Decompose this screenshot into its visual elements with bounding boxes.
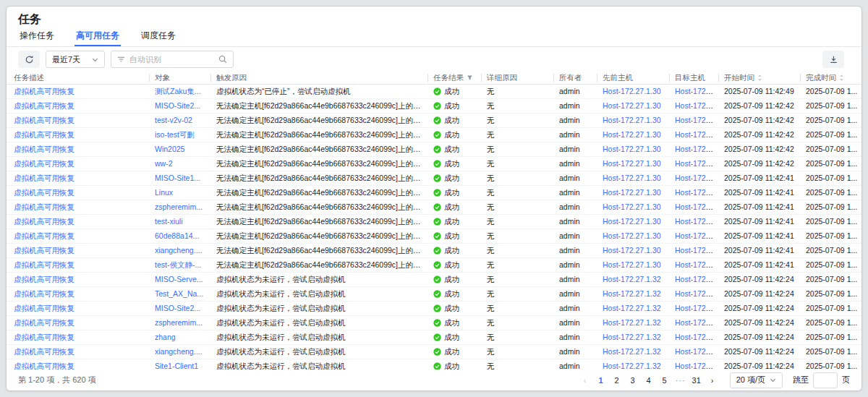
object-link[interactable]: Site1-Client1: [155, 362, 198, 370]
search-box[interactable]: [111, 51, 234, 68]
object-link[interactable]: Test_AX_Na...: [155, 289, 203, 298]
object-link[interactable]: MISO-Serve...: [155, 275, 203, 283]
object-link[interactable]: MISO-Site2...: [155, 304, 200, 312]
desc-link[interactable]: 虚拟机高可用恢复: [14, 289, 75, 298]
tab-operation-tasks[interactable]: 操作任务: [18, 28, 56, 46]
page-button-31[interactable]: 31: [689, 373, 704, 388]
target_host-link[interactable]: Host-172.27...: [675, 289, 718, 298]
prev_host-link[interactable]: Host-172.27.1.32: [603, 362, 661, 370]
prev_host-link[interactable]: Host-172.27.1.30: [603, 217, 661, 226]
target_host-link[interactable]: Host-172.27...: [675, 246, 718, 255]
prev_host-link[interactable]: Host-172.27.1.30: [603, 145, 661, 153]
desc-link[interactable]: 虚拟机高可用恢复: [14, 347, 75, 356]
desc-link[interactable]: 虚拟机高可用恢复: [14, 246, 75, 255]
target_host-link[interactable]: Host-172.27...: [675, 116, 718, 124]
prev_host-link[interactable]: Host-172.27.1.30: [603, 188, 661, 197]
column-header-end_time[interactable]: 完成时间: [800, 72, 861, 84]
next-page-button[interactable]: ›: [705, 373, 720, 388]
prev_host-link[interactable]: Host-172.27.1.32: [603, 275, 661, 283]
target_host-link[interactable]: Host-172.27...: [675, 159, 718, 168]
column-header-detail[interactable]: 详细原因: [481, 72, 553, 84]
object-link[interactable]: ww-2: [155, 159, 173, 168]
column-header-desc[interactable]: 任务描述: [7, 72, 149, 84]
prev_host-link[interactable]: Host-172.27.1.32: [603, 318, 661, 327]
target_host-link[interactable]: Host-172.27...: [675, 130, 718, 139]
desc-link[interactable]: 虚拟机高可用恢复: [14, 318, 75, 327]
sort-carets-icon[interactable]: [757, 74, 762, 82]
column-header-target_host[interactable]: 目标主机: [669, 72, 718, 84]
prev_host-link[interactable]: Host-172.27.1.32: [603, 289, 661, 298]
object-link[interactable]: MISO-Site1...: [155, 174, 200, 182]
tab-scheduled-tasks[interactable]: 调度任务: [140, 28, 177, 46]
object-link[interactable]: test-xiuli: [155, 217, 183, 226]
download-button[interactable]: [822, 51, 844, 68]
desc-link[interactable]: 虚拟机高可用恢复: [14, 159, 75, 168]
object-link[interactable]: MISO-Site2...: [155, 101, 200, 110]
desc-link[interactable]: 虚拟机高可用恢复: [14, 362, 75, 370]
prev_host-link[interactable]: Host-172.27.1.30: [603, 174, 661, 182]
desc-link[interactable]: 虚拟机高可用恢复: [14, 130, 75, 139]
target_host-link[interactable]: Host-172.27...: [675, 347, 718, 356]
target_host-link[interactable]: Host-172.27...: [675, 202, 718, 211]
prev_host-link[interactable]: Host-172.27.1.30: [603, 231, 661, 240]
target_host-link[interactable]: Host-172.27...: [675, 333, 718, 341]
target_host-link[interactable]: Host-172.27...: [675, 260, 718, 269]
target_host-link[interactable]: Host-172.27...: [675, 275, 718, 283]
object-link[interactable]: zspheremim...: [155, 318, 203, 327]
target_host-link[interactable]: Host-172.27...: [675, 362, 718, 370]
page-size-select[interactable]: 20 项/页: [730, 372, 783, 388]
time-range-select[interactable]: 最近7天: [46, 51, 105, 68]
column-header-object[interactable]: 对象: [149, 72, 210, 84]
prev_host-link[interactable]: Host-172.27.1.30: [603, 159, 661, 168]
page-button-2[interactable]: 2: [610, 373, 624, 388]
desc-link[interactable]: 虚拟机高可用恢复: [14, 202, 75, 211]
desc-link[interactable]: 虚拟机高可用恢复: [14, 304, 75, 312]
prev_host-link[interactable]: Host-172.27.1.30: [603, 130, 661, 139]
target_host-link[interactable]: Host-172.27...: [675, 318, 718, 327]
prev_host-link[interactable]: Host-172.27.1.30: [603, 202, 661, 211]
page-button-1[interactable]: 1: [594, 373, 608, 388]
target_host-link[interactable]: Host-172.27...: [675, 231, 718, 240]
tab-ha-tasks[interactable]: 高可用任务: [75, 28, 121, 46]
desc-link[interactable]: 虚拟机高可用恢复: [14, 333, 75, 341]
target_host-link[interactable]: Host-172.27...: [675, 101, 718, 110]
target_host-link[interactable]: Host-172.27...: [675, 174, 718, 182]
column-header-start_time[interactable]: 开始时间: [718, 72, 800, 84]
page-ellipsis[interactable]: ···: [673, 373, 688, 388]
object-link[interactable]: zhang: [155, 333, 176, 341]
column-header-owner[interactable]: 所有者: [553, 72, 597, 84]
search-input[interactable]: [129, 55, 214, 64]
prev_host-link[interactable]: Host-172.27.1.30: [603, 260, 661, 269]
object-link[interactable]: iso-test可删: [155, 130, 195, 139]
desc-link[interactable]: 虚拟机高可用恢复: [14, 116, 75, 124]
prev_host-link[interactable]: Host-172.27.1.32: [603, 347, 661, 356]
filter-funnel-icon[interactable]: [467, 74, 473, 81]
prev_host-link[interactable]: Host-172.27.1.30: [603, 87, 661, 95]
target_host-link[interactable]: Host-172.27...: [675, 304, 718, 312]
target_host-link[interactable]: Host-172.27...: [675, 145, 718, 153]
column-header-reason[interactable]: 触发原因: [210, 72, 427, 84]
prev-page-button[interactable]: ‹: [578, 373, 592, 388]
desc-link[interactable]: 虚拟机高可用恢复: [14, 145, 75, 153]
desc-link[interactable]: 虚拟机高可用恢复: [14, 260, 75, 269]
prev_host-link[interactable]: Host-172.27.1.30: [603, 246, 661, 255]
sort-carets-icon[interactable]: [839, 74, 844, 82]
jump-page-input[interactable]: [813, 372, 838, 388]
object-link[interactable]: 60de88a14...: [155, 231, 199, 240]
object-link[interactable]: Win2025: [155, 145, 184, 153]
page-button-5[interactable]: 5: [658, 373, 672, 388]
desc-link[interactable]: 虚拟机高可用恢复: [14, 217, 75, 226]
target_host-link[interactable]: Host-172.27...: [675, 217, 718, 226]
object-link[interactable]: test-v2v-02: [155, 116, 192, 124]
object-link[interactable]: test-侯文静-...: [155, 260, 201, 269]
prev_host-link[interactable]: Host-172.27.1.30: [603, 101, 661, 110]
prev_host-link[interactable]: Host-172.27.1.32: [603, 333, 661, 341]
desc-link[interactable]: 虚拟机高可用恢复: [14, 174, 75, 182]
prev_host-link[interactable]: Host-172.27.1.30: [603, 116, 661, 124]
object-link[interactable]: 测试Zaku集...: [155, 87, 201, 95]
column-header-prev_host[interactable]: 先前主机: [597, 72, 669, 84]
desc-link[interactable]: 虚拟机高可用恢复: [14, 101, 75, 110]
refresh-button[interactable]: [18, 51, 40, 68]
desc-link[interactable]: 虚拟机高可用恢复: [14, 231, 75, 240]
object-link[interactable]: xiangcheng....: [155, 246, 202, 255]
